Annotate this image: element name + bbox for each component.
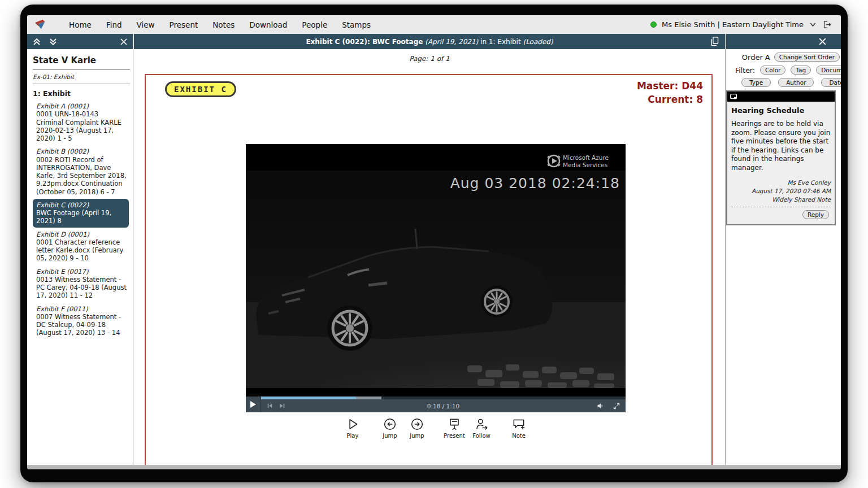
notes-panel: Order A Change Sort Order Filter: ColorT…	[726, 34, 841, 465]
follow-button[interactable]: Follow	[468, 417, 495, 439]
note-card: Hearing Schedule Hearings are to be held…	[726, 90, 836, 225]
app-window-frame: HomeFindViewPresentNotesDownloadPeopleSt…	[20, 5, 848, 482]
note-card-header	[727, 91, 835, 102]
control-label: Follow	[472, 433, 490, 439]
play-button[interactable]: Play	[339, 417, 366, 439]
menu-item[interactable]: People	[294, 20, 335, 29]
video-play-button[interactable]	[246, 396, 261, 412]
order-label: Order A	[742, 53, 770, 62]
exhibit-desc: 0007 Witness Statement - DC Stalcup, 04-…	[36, 313, 127, 337]
document-status: (Loaded)	[523, 38, 553, 46]
expand-all-icon[interactable]	[49, 37, 58, 46]
menu-item[interactable]: Find	[99, 20, 129, 29]
close-panel-icon[interactable]	[818, 37, 827, 46]
change-sort-order-button[interactable]: Change Sort Order	[774, 53, 840, 62]
document-viewer: Exhibit C (0022): BWC Footage (April 19,…	[134, 34, 726, 465]
video-screen[interactable]: Microsoft Azure Media Services Aug 03 20…	[246, 144, 626, 396]
note-share-status: Widely Shared Note	[731, 195, 831, 204]
online-status-icon	[650, 21, 657, 28]
menu-item[interactable]: Home	[62, 20, 99, 29]
jump-forward-button[interactable]: Jump	[403, 417, 431, 439]
list-item[interactable]: Exhibit A (0001) 0001 URN-18-0143 Crimin…	[33, 100, 129, 145]
note-timestamp: August 17, 2020 07:46 AM	[731, 187, 831, 195]
section-label[interactable]: 1: Exhibit	[33, 84, 130, 99]
main-menu: HomeFindViewPresentNotesDownloadPeopleSt…	[62, 20, 378, 29]
exhibit-desc: 0013 Witness Statement - PC Carey, 04-09…	[36, 276, 127, 300]
filter-button[interactable]: Type	[741, 78, 771, 87]
exhibit-title: Exhibit B (0002)	[36, 147, 127, 155]
list-item[interactable]: Exhibit D (0001) 0001 Character referenc…	[33, 228, 129, 265]
menu-item[interactable]: Stamps	[335, 20, 378, 29]
video-control-bar: 0:18 / 1:10	[246, 396, 626, 412]
close-sidebar-icon[interactable]	[120, 38, 128, 46]
sidebar-body: State V Karle Ex-01: Exhibit 1: Exhibit …	[27, 49, 133, 339]
user-name-label: Ms Elsie Smith | Eastern Daylight Time	[662, 20, 804, 29]
current-label: Current: 8	[637, 93, 703, 107]
list-item[interactable]: Exhibit B (0002) 0002 ROTI Record of INT…	[33, 145, 129, 198]
user-area[interactable]: Ms Elsie Smith | Eastern Daylight Time	[650, 20, 841, 29]
exhibit-title: Exhibit A (0001)	[36, 102, 127, 110]
present-button[interactable]: Present	[441, 417, 468, 439]
menu-item[interactable]: Present	[162, 20, 206, 29]
exhibit-title: Exhibit C (0022)	[36, 201, 127, 209]
exhibit-controls: Play Jump Jump Present	[246, 417, 626, 439]
bundle-label[interactable]: Ex-01: Exhibit	[33, 70, 130, 84]
step-forward-icon[interactable]	[279, 402, 286, 409]
menu-bar: HomeFindViewPresentNotesDownloadPeopleSt…	[27, 15, 841, 34]
document-header: Exhibit C (0022): BWC Footage (April 19,…	[134, 34, 725, 49]
watermark-line1: Microsoft Azure	[563, 154, 609, 161]
document-date: (April 19, 2021)	[425, 38, 478, 46]
play-icon	[250, 401, 256, 408]
filter-button[interactable]: Document	[816, 66, 841, 75]
list-item[interactable]: Exhibit C (0022) BWC Footage (April 19, …	[33, 199, 129, 228]
exhibit-title: Exhibit E (0017)	[36, 268, 127, 276]
filter-row-1: Filter: ColorTagDocument	[735, 66, 841, 75]
reply-button[interactable]: Reply	[802, 210, 829, 219]
app-window: HomeFindViewPresentNotesDownloadPeopleSt…	[27, 15, 841, 469]
video-bar-rest: 0:18 / 1:10	[261, 396, 626, 412]
menu-item[interactable]: Download	[242, 20, 294, 29]
filter-row-2: TypeAuthorDate	[741, 78, 841, 87]
exhibit-desc: BWC Footage (April 19, 2021) 8	[36, 209, 127, 225]
note-text: Hearings are to be held via zoom. Please…	[731, 120, 831, 173]
jump-back-button[interactable]: Jump	[376, 417, 403, 439]
exhibit-stamp: EXHIBIT C	[165, 81, 236, 97]
page-indicator: Page: 1 of 1	[134, 55, 725, 63]
menu-item[interactable]: View	[129, 20, 162, 29]
note-meta: Ms Eve Conley August 17, 2020 07:46 AM W…	[731, 178, 831, 208]
filter-button[interactable]: Date	[821, 78, 841, 87]
logout-icon[interactable]	[822, 20, 832, 29]
menu-item[interactable]: Notes	[205, 20, 242, 29]
list-item[interactable]: Exhibit E (0017) 0013 Witness Statement …	[33, 265, 129, 302]
filter-label: Filter:	[735, 66, 755, 75]
list-item[interactable]: Exhibit F (0011) 0007 Witness Statement …	[33, 303, 129, 339]
note-title: Hearing Schedule	[731, 106, 831, 115]
filter-button[interactable]: Color	[760, 66, 785, 75]
shared-note-icon	[730, 93, 738, 101]
filter-button[interactable]: Author	[778, 78, 814, 87]
step-back-icon[interactable]	[266, 402, 274, 409]
note-button[interactable]: Note	[505, 417, 532, 439]
document-page: EXHIBIT C Master: D44 Current: 8	[145, 74, 713, 465]
exhibit-title: Exhibit F (0011)	[36, 305, 127, 313]
copy-pages-icon[interactable]	[709, 36, 720, 47]
exhibit-desc: 0002 ROTI Record of INTERROGATION, Dave …	[36, 156, 127, 196]
exhibit-list: Exhibit A (0001) 0001 URN-18-0143 Crimin…	[33, 100, 130, 339]
collapse-all-icon[interactable]	[32, 37, 41, 46]
video-time-display: 0:18 / 1:10	[427, 403, 459, 409]
fullscreen-icon[interactable]	[613, 402, 620, 410]
case-title: State V Karle	[33, 51, 130, 70]
sidebar-header	[27, 34, 133, 49]
control-label: Jump	[410, 433, 424, 439]
chevron-down-icon[interactable]	[809, 21, 817, 28]
index-sidebar: State V Karle Ex-01: Exhibit 1: Exhibit …	[27, 34, 133, 465]
video-player: Microsoft Azure Media Services Aug 03 20…	[246, 144, 626, 412]
control-label: Play	[347, 433, 359, 439]
control-label: Jump	[383, 433, 397, 439]
caselines-logo-icon	[33, 18, 47, 32]
filter-button[interactable]: Tag	[791, 66, 811, 75]
exhibit-desc: 0001 Character reference letter Karle.do…	[36, 238, 127, 263]
volume-icon[interactable]	[596, 402, 605, 410]
watermark-line2: Media Services	[563, 162, 607, 168]
video-timestamp: Aug 03 2018 02:24:18	[450, 175, 620, 191]
